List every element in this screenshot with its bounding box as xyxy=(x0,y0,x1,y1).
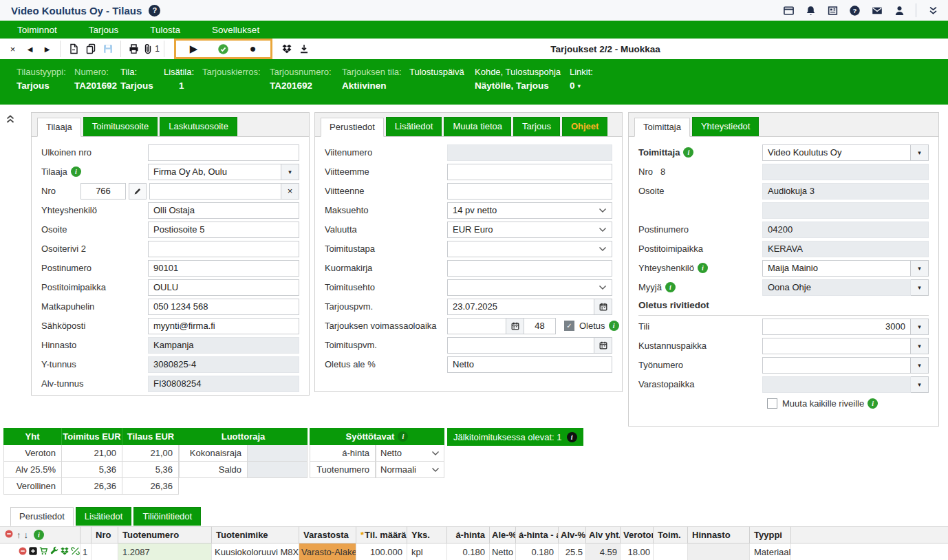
tab-lisatiedot[interactable]: Lisätiedot xyxy=(386,117,442,136)
copy-icon[interactable] xyxy=(82,40,99,58)
line-nro-cell[interactable] xyxy=(91,543,118,560)
attachments-paperclip-icon[interactable]: 1 xyxy=(142,40,160,58)
customer-search-input[interactable] xyxy=(149,183,281,200)
move-row-up-icon[interactable]: ↑ xyxy=(17,530,21,540)
osoiterivi2-input[interactable] xyxy=(148,241,299,257)
kustannuspaikka-dropdown-button[interactable]: ▾ xyxy=(911,338,929,354)
menu-tulosta[interactable]: Tulosta xyxy=(134,21,196,39)
start-play-button[interactable]: ▶ xyxy=(185,40,202,58)
yhteyshenkilo-input[interactable]: Olli Ostaja xyxy=(148,202,299,219)
title-help-icon[interactable]: ? xyxy=(149,5,160,17)
tili-dropdown-button[interactable]: ▾ xyxy=(911,319,929,335)
postitoimipaikka-input[interactable]: OULU xyxy=(148,279,299,296)
info-icon[interactable]: i xyxy=(868,398,878,409)
line-hinnasto-cell[interactable] xyxy=(688,543,750,560)
product-cart-icon[interactable] xyxy=(39,546,49,558)
user-icon[interactable] xyxy=(894,5,905,17)
info-icon[interactable]: i xyxy=(698,263,708,273)
mail-icon[interactable] xyxy=(871,5,883,17)
viitteemme-input[interactable] xyxy=(447,164,612,180)
customer-number-input[interactable]: 766 xyxy=(80,183,126,200)
menu-toiminnot[interactable]: Toiminnot xyxy=(1,21,73,39)
tab-toimittaja[interactable]: Toimittaja xyxy=(634,118,690,137)
toimituspvm-input[interactable] xyxy=(447,337,594,354)
toimittaja-dropdown-button[interactable]: ▾ xyxy=(911,144,929,161)
tyonumero-combo-input[interactable] xyxy=(762,357,911,374)
chevron-double-down-icon[interactable] xyxy=(927,5,940,17)
tab-rows-perustiedot[interactable]: Perustiedot xyxy=(10,507,74,526)
myyja-dropdown-button[interactable]: ▾ xyxy=(911,279,929,296)
delete-line-icon[interactable] xyxy=(18,546,28,558)
postinumero-input[interactable]: 90101 xyxy=(148,260,299,277)
download-icon[interactable] xyxy=(295,40,312,58)
tab-tarjous[interactable]: Tarjous xyxy=(513,117,560,136)
kustannuspaikka-combo-input[interactable] xyxy=(762,338,911,354)
calendar-icon[interactable] xyxy=(594,299,612,315)
news-icon[interactable] xyxy=(827,5,839,17)
muuta-kaikille-checkbox[interactable] xyxy=(767,398,777,409)
integration-dropbox-icon[interactable] xyxy=(278,40,295,58)
info-icon[interactable]: i xyxy=(398,431,408,442)
notifications-bell-icon[interactable] xyxy=(805,5,817,17)
clear-button[interactable]: × xyxy=(281,183,299,200)
calendar-icon[interactable] xyxy=(594,337,612,354)
tab-rows-tiliointitiedot[interactable]: Tiliöintitiedot xyxy=(133,507,201,526)
move-row-down-icon[interactable]: ↓ xyxy=(24,530,29,540)
a-hinta-select[interactable]: Netto xyxy=(376,445,444,462)
tili-combo-input[interactable]: 3000 xyxy=(762,319,911,335)
line-alv-cell[interactable]: 25.5 xyxy=(559,543,586,560)
delete-row-icon[interactable] xyxy=(4,529,14,541)
oletus-checkbox[interactable]: ✓ xyxy=(564,321,574,331)
info-icon[interactable]: i xyxy=(609,321,619,331)
tab-muuta-tietoa[interactable]: Muuta tietoa xyxy=(444,117,511,136)
tuotenumero-select[interactable]: Normaali xyxy=(376,462,444,478)
line-yks-cell[interactable]: kpl xyxy=(407,543,447,560)
line-a-hinta-ale-cell[interactable]: 0.180 xyxy=(516,543,559,560)
ulkoinen-nro-input[interactable] xyxy=(148,144,299,161)
line-tuotenimike-cell[interactable]: Kuusiokoloruuvi M8X xyxy=(212,543,299,560)
line-a-hinta-cell[interactable]: 0.180 xyxy=(447,543,490,560)
menu-tarjous[interactable]: Tarjous xyxy=(73,21,135,39)
line-tuotenumero-cell[interactable]: 1.2087 xyxy=(118,543,212,560)
tab-toimitusosoite[interactable]: Toimitusosoite xyxy=(83,117,158,136)
line-varastosta-cell[interactable]: Varasto-Alake xyxy=(299,543,356,560)
info-icon[interactable]: i xyxy=(71,166,81,177)
tab-laskutusosoite[interactable]: Laskutusosoite xyxy=(160,117,237,136)
supplier-yhteyshenkilo-combo[interactable]: Maija Mainio xyxy=(762,260,911,277)
line-ale-cell[interactable]: Netto xyxy=(490,543,516,560)
tools-wrench-icon[interactable] xyxy=(50,546,59,558)
oletus-ale-input[interactable]: Netto xyxy=(447,356,612,373)
tab-yhteystiedot[interactable]: Yhteystiedot xyxy=(692,117,760,136)
line-tyyppi-cell[interactable]: Materiaali xyxy=(750,543,791,560)
info-icon[interactable]: i xyxy=(34,530,44,540)
voimassaolo-date-input[interactable] xyxy=(447,318,506,334)
add-line-icon[interactable] xyxy=(28,546,38,558)
tab-tilaaja[interactable]: Tilaaja xyxy=(37,118,81,137)
help-circle-icon[interactable]: ? xyxy=(849,5,861,17)
tab-ohjeet[interactable]: Ohjeet xyxy=(562,117,607,136)
calendar-icon[interactable] xyxy=(506,318,524,334)
kuormakirja-input[interactable] xyxy=(447,260,612,277)
close-button[interactable]: × xyxy=(4,40,21,58)
yhteyshenkilo-dropdown-button[interactable]: ▾ xyxy=(911,260,929,277)
window-icon[interactable] xyxy=(783,5,795,17)
valuutta-select[interactable]: EUR Euro xyxy=(447,222,612,238)
edit-pencil-button[interactable] xyxy=(129,183,147,200)
collapse-panel-button[interactable] xyxy=(4,113,17,127)
line-til-maara-cell[interactable]: 100.000 xyxy=(356,543,407,560)
menu-sovellukset[interactable]: Sovellukset xyxy=(196,21,275,39)
unlink-icon[interactable] xyxy=(70,546,80,558)
toimittaja-combo-input[interactable]: Video Koulutus Oy xyxy=(762,144,911,161)
stop-button[interactable]: ● xyxy=(244,40,261,58)
osoite-input[interactable]: Postiosoite 5 xyxy=(148,222,299,238)
next-record-button[interactable]: ▶ xyxy=(39,40,56,58)
integration-dropbox-icon[interactable] xyxy=(60,546,69,558)
toimitusehto-select[interactable] xyxy=(447,279,612,296)
info-icon[interactable]: i xyxy=(683,147,693,158)
matkapuhelin-input[interactable]: 050 1234 568 xyxy=(148,299,299,315)
tarjouspvm-input[interactable]: 23.07.2025 xyxy=(447,299,594,315)
tilaaja-combo-input[interactable]: Firma Oy Ab, Oulu xyxy=(148,164,281,180)
info-icon[interactable]: i xyxy=(665,282,676,292)
sahkoposti-input[interactable]: myynti@firma.fi xyxy=(148,318,299,334)
previous-record-button[interactable]: ◀ xyxy=(21,40,39,58)
